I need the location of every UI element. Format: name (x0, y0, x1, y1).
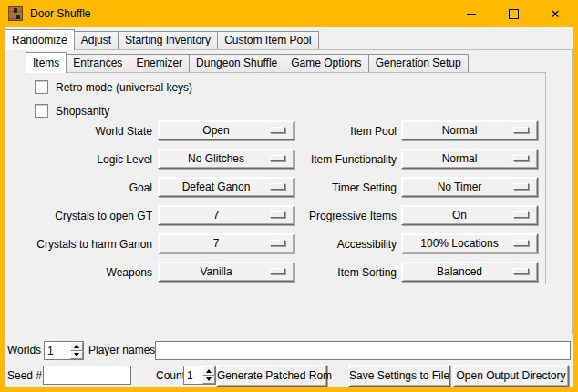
item-sorting-dropdown[interactable]: Balanced (401, 262, 538, 282)
option-row: Crystals to harm Ganon 7 Accessibility 1… (26, 233, 545, 255)
minimize-icon (467, 14, 476, 15)
timer-setting-dropdown[interactable]: No Timer (401, 177, 538, 197)
item-functionality-value: Normal (442, 152, 478, 165)
retro-mode-option: Retro mode (universal keys) (35, 80, 192, 94)
logic-level-label: Logic Level (26, 149, 152, 170)
accessibility-value: 100% Locations (420, 237, 498, 250)
dropdown-indicator-icon (513, 127, 529, 133)
shopsanity-checkbox[interactable] (35, 104, 48, 118)
worlds-spin-arrows (70, 342, 83, 359)
down-arrow-icon (206, 377, 212, 381)
weapons-value: Vanilla (200, 265, 232, 278)
option-row: Crystals to open GT 7 Progressive Items … (26, 205, 545, 227)
item-functionality-dropdown[interactable]: Normal (401, 149, 538, 169)
item-pool-dropdown[interactable]: Normal (401, 120, 538, 140)
up-arrow-icon (206, 369, 212, 373)
timer-setting-value: No Timer (438, 181, 482, 193)
crystals-ganon-label: Crystals to harm Ganon (26, 233, 152, 255)
retro-mode-checkbox[interactable] (35, 80, 48, 94)
door-shuffle-window: Door Shuffle ✕ Randomize Adjust Starting… (0, 0, 578, 392)
count-spinbox (183, 366, 216, 385)
weapons-label: Weapons (26, 262, 152, 284)
accessibility-label: Accessibility (245, 233, 397, 255)
crystals-ganon-value: 7 (213, 237, 220, 250)
progressive-items-label: Progressive Items (245, 205, 397, 227)
main-tab-bar: Randomize Adjust Starting Inventory Cust… (5, 28, 318, 49)
worlds-input[interactable] (45, 342, 72, 359)
tab-entrances[interactable]: Entrances (66, 54, 129, 72)
tab-game-options[interactable]: Game Options (284, 54, 368, 72)
item-pool-value: Normal (442, 124, 478, 137)
seed-input[interactable] (43, 366, 131, 385)
item-sorting-label: Item Sorting (245, 262, 397, 284)
seed-label: Seed # (7, 366, 42, 386)
goal-label: Goal (26, 177, 152, 199)
option-row: Goal Defeat Ganon Timer Setting No Timer (26, 177, 545, 199)
option-row: World State Open Item Pool Normal (26, 120, 545, 142)
door-icon (8, 6, 23, 21)
goal-value: Defeat Ganon (182, 181, 251, 193)
player-names-input[interactable] (155, 341, 571, 360)
world-state-value: Open (202, 124, 229, 137)
tab-dungeon-shuffle[interactable]: Dungeon Shuffle (189, 54, 284, 72)
minimize-button[interactable] (450, 0, 492, 27)
tab-adjust[interactable]: Adjust (74, 31, 119, 49)
item-sorting-value: Balanced (437, 265, 482, 278)
window-controls: ✕ (450, 0, 576, 27)
count-input[interactable] (184, 366, 204, 384)
worlds-spin-up-button[interactable] (70, 342, 83, 351)
tab-enemizer[interactable]: Enemizer (129, 54, 190, 72)
count-spin-up-button[interactable] (202, 366, 215, 376)
titlebar: Door Shuffle ✕ (0, 0, 578, 27)
tab-custom-item-pool[interactable]: Custom Item Pool (217, 31, 318, 49)
worlds-spin-down-button[interactable] (70, 351, 83, 360)
dropdown-indicator-icon (513, 183, 529, 190)
items-panel: Retro mode (universal keys) Shopsanity W… (26, 72, 546, 284)
player-names-label: Player names (88, 341, 155, 360)
dropdown-indicator-icon (513, 155, 529, 161)
progressive-items-dropdown[interactable]: On (401, 205, 538, 225)
crystals-gt-value: 7 (213, 209, 220, 222)
worlds-label: Worlds (7, 341, 41, 360)
world-state-label: World State (26, 120, 152, 142)
option-row: Logic Level No Glitches Item Functionali… (26, 149, 545, 170)
maximize-button[interactable] (492, 0, 534, 27)
tab-generation-setup[interactable]: Generation Setup (368, 54, 469, 72)
count-label: Count (156, 366, 185, 386)
sub-tab-bar: Items Entrances Enemizer Dungeon Shuffle… (26, 51, 468, 72)
shopsanity-label: Shopsanity (56, 105, 109, 118)
open-output-directory-button[interactable]: Open Output Directory (453, 365, 569, 387)
option-row: Weapons Vanilla Item Sorting Balanced (26, 262, 545, 284)
count-spin-down-button[interactable] (202, 376, 215, 385)
save-settings-button[interactable]: Save Settings to File (348, 365, 450, 387)
up-arrow-icon (74, 345, 79, 348)
window-title: Door Shuffle (30, 0, 91, 27)
shopsanity-option: Shopsanity (35, 104, 109, 118)
tab-items[interactable]: Items (26, 52, 67, 73)
crystals-gt-label: Crystals to open GT (26, 205, 152, 227)
client-area: Randomize Adjust Starting Inventory Cust… (5, 27, 573, 387)
tab-starting-inventory[interactable]: Starting Inventory (118, 31, 218, 49)
retro-mode-label: Retro mode (universal keys) (56, 81, 192, 94)
maximize-icon (509, 9, 519, 19)
tab-randomize[interactable]: Randomize (5, 29, 75, 50)
generate-patched-rom-button[interactable]: Generate Patched Rom (216, 365, 327, 387)
item-pool-label: Item Pool (245, 120, 397, 142)
accessibility-dropdown[interactable]: 100% Locations (401, 233, 538, 253)
dropdown-indicator-icon (513, 268, 529, 274)
progressive-items-value: On (452, 209, 467, 222)
count-spin-arrows (202, 366, 215, 384)
close-icon: ✕ (551, 8, 561, 20)
dropdown-indicator-icon (513, 211, 529, 218)
worlds-spinbox (44, 341, 84, 360)
logic-level-value: No Glitches (188, 152, 244, 165)
close-button[interactable]: ✕ (534, 0, 576, 27)
down-arrow-icon (74, 353, 79, 356)
item-functionality-label: Item Functionality (245, 149, 397, 170)
timer-setting-label: Timer Setting (245, 177, 397, 199)
dropdown-indicator-icon (513, 240, 529, 246)
